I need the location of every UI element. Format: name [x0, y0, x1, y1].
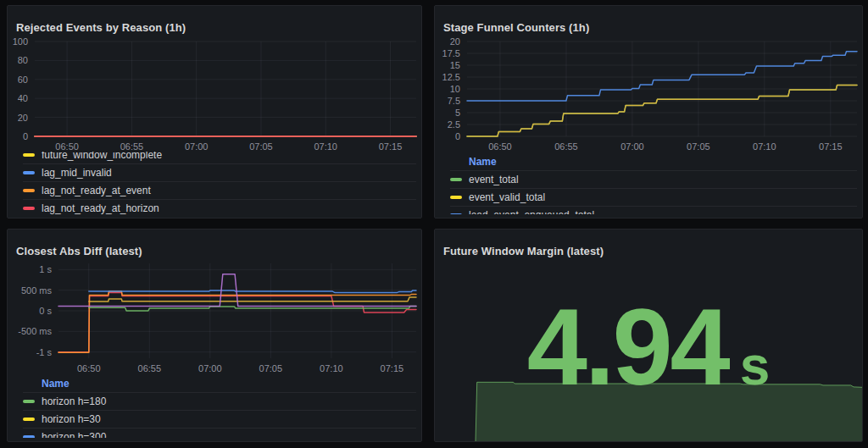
legend-series-swatch[interactable]	[450, 178, 462, 181]
y-axis-tick-label: 20	[450, 36, 460, 47]
x-axis-tick-label: 06:50	[488, 141, 512, 152]
legend-rejected: future_window_incompletelag_mid_invalidl…	[23, 152, 416, 214]
legend-row[interactable]: lag_not_ready_at_event	[23, 181, 416, 199]
legend-series-swatch[interactable]	[450, 213, 462, 214]
legend-series-label[interactable]: lag_mid_invalid	[42, 167, 112, 179]
legend-row[interactable]: event_valid_total	[450, 188, 857, 206]
legend-series-label[interactable]: lag_not_ready_at_horizon	[42, 202, 159, 214]
y-axis-tick-label: 0	[23, 131, 28, 141]
legend-series-label[interactable]: future_window_incomplete	[42, 152, 162, 161]
y-axis-tick-label: 60	[18, 75, 28, 85]
x-axis-tick-label: 07:15	[381, 363, 404, 373]
legend-series-swatch[interactable]	[23, 418, 35, 421]
x-axis-tick-label: 06:55	[138, 363, 162, 373]
x-axis-tick-label: 07:15	[379, 141, 403, 152]
x-axis-tick-label: 07:00	[185, 141, 209, 152]
panel-title-future-window-margin[interactable]: Future Window Margin (latest)	[443, 245, 604, 257]
legend-series-swatch[interactable]	[23, 189, 35, 192]
legend-series-label[interactable]: horizon h=300	[42, 431, 106, 438]
series-line-green	[89, 307, 416, 311]
x-axis-tick-label: 07:10	[314, 141, 337, 152]
x-axis-tick-label: 06:55	[554, 141, 578, 152]
legend-series-label[interactable]: lead_event_enqueued_total	[469, 209, 594, 214]
series-line-blue	[89, 290, 416, 293]
x-axis-tick-label: 07:00	[620, 141, 644, 152]
legend-row[interactable]: horizon h=180	[23, 392, 416, 410]
y-axis-tick-label: 5	[455, 108, 460, 118]
y-axis-tick-label: -1 s	[36, 347, 53, 357]
y-axis-tick-label: 500 ms	[21, 285, 53, 296]
legend-series-swatch[interactable]	[23, 207, 35, 210]
panel-closest-abs-diff: Closest Abs Diff (latest) -1 s-500 ms0 s…	[7, 229, 422, 442]
series-line-event_valid_total	[467, 86, 857, 137]
series-area-future_window_margin	[435, 382, 863, 442]
panel-stage-funnel: Stage Funnel Counters (1h) 02.557.51012.…	[434, 5, 863, 218]
y-axis-tick-label: 7.5	[448, 96, 460, 106]
x-axis-tick-label: 06:55	[120, 141, 144, 152]
legend-funnel: Nameevent_totalevent_valid_totallead_eve…	[450, 153, 857, 214]
y-axis-tick-label: 2.5	[448, 119, 460, 130]
y-axis-tick-label: 1 s	[39, 264, 52, 274]
panel-rejected-events: Rejected Events by Reason (1h) 020406080…	[7, 5, 422, 218]
x-axis-tick-label: 07:15	[819, 141, 843, 152]
legend-series-label[interactable]: horizon h=180	[42, 395, 106, 407]
y-axis-tick-label: -500 ms	[18, 326, 52, 336]
legend-row[interactable]: event_total	[450, 170, 857, 188]
x-axis-tick-label: 07:00	[198, 363, 222, 373]
x-axis-tick-label: 06:50	[77, 363, 101, 373]
panel-title-closest-abs-diff[interactable]: Closest Abs Diff (latest)	[16, 245, 142, 257]
y-axis-tick-label: 20	[18, 113, 28, 123]
series-line-yellow	[89, 297, 416, 301]
x-axis-tick-label: 07:05	[249, 141, 273, 152]
series-line-lead_event_enqueued_total	[467, 52, 857, 101]
legend-row[interactable]: horizon h=300	[23, 428, 416, 438]
y-axis-tick-label: 10	[450, 84, 460, 94]
legend-row[interactable]: future_window_incomplete	[23, 152, 416, 163]
panel-title-rejected-events[interactable]: Rejected Events by Reason (1h)	[16, 21, 186, 34]
y-axis-tick-label: 17.5	[442, 48, 460, 58]
legend-series-swatch[interactable]	[23, 435, 35, 438]
legend-series-label[interactable]: event_valid_total	[469, 191, 545, 203]
legend-series-swatch[interactable]	[450, 196, 462, 199]
legend-row[interactable]: lead_event_enqueued_total	[450, 206, 857, 214]
legend-row[interactable]: lag_mid_invalid	[23, 163, 416, 181]
x-axis-tick-label: 07:10	[753, 141, 776, 152]
panel-future-window-margin: Future Window Margin (latest) 4.94 s	[434, 229, 863, 442]
stat-sparkline[interactable]	[435, 230, 863, 442]
legend-header-name[interactable]: Name	[23, 375, 416, 392]
x-axis-tick-label: 06:50	[55, 141, 79, 152]
legend-series-label[interactable]: event_total	[469, 174, 519, 185]
legend-row[interactable]: horizon h=30	[23, 410, 416, 428]
legend-absdiff: Namehorizon h=180horizon h=30horizon h=3…	[23, 375, 416, 438]
y-axis-tick-label: 100	[13, 36, 28, 47]
x-axis-tick-label: 07:05	[259, 363, 283, 373]
y-axis-tick-label: 12.5	[442, 72, 460, 82]
x-axis-tick-label: 07:10	[320, 363, 343, 373]
legend-series-label[interactable]: horizon h=30	[42, 413, 101, 425]
x-axis-tick-label: 07:05	[687, 141, 710, 152]
y-axis-tick-label: 15	[450, 60, 460, 70]
y-axis-tick-label: 0 s	[39, 306, 52, 316]
legend-row[interactable]: lag_not_ready_at_horizon	[23, 199, 416, 214]
legend-series-label[interactable]: lag_not_ready_at_event	[42, 185, 151, 196]
panel-title-stage-funnel[interactable]: Stage Funnel Counters (1h)	[443, 21, 589, 34]
y-axis-tick-label: 0	[455, 131, 460, 141]
legend-header-name[interactable]: Name	[450, 153, 857, 170]
y-axis-tick-label: 80	[18, 55, 28, 65]
y-axis-tick-label: 40	[18, 93, 28, 103]
legend-series-swatch[interactable]	[23, 171, 35, 174]
legend-series-swatch[interactable]	[23, 400, 35, 403]
legend-series-swatch[interactable]	[23, 153, 35, 157]
